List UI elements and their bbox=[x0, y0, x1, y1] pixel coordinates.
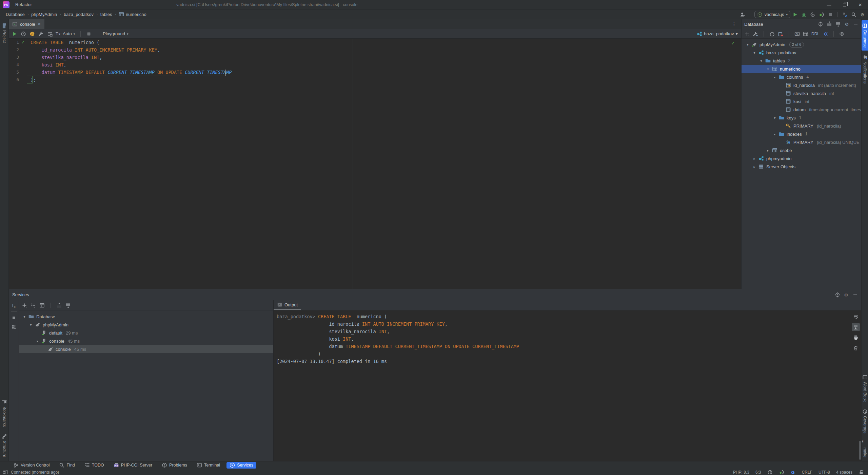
search-icon[interactable] bbox=[851, 12, 856, 17]
add-icon[interactable] bbox=[744, 31, 750, 37]
tree-item-numericno[interactable]: ▾numericno bbox=[742, 65, 861, 73]
output-toggle-icon[interactable]: p bbox=[29, 31, 35, 37]
eye-icon[interactable] bbox=[839, 31, 845, 37]
stripe-tab-database[interactable]: Database bbox=[862, 20, 868, 51]
group-by-icon[interactable] bbox=[31, 303, 36, 308]
add-icon[interactable] bbox=[22, 303, 27, 308]
tree-chevron-icon[interactable]: ▾ bbox=[28, 323, 34, 327]
tree-chevron-icon[interactable]: ▾ bbox=[772, 116, 777, 120]
scrollbar-thumb[interactable] bbox=[859, 441, 861, 460]
coverage-run-icon[interactable] bbox=[810, 12, 815, 17]
tree-item-database[interactable]: ▾Database bbox=[19, 312, 273, 321]
stripe-tab-project[interactable]: Project bbox=[1, 20, 8, 46]
lock-icon[interactable] bbox=[859, 470, 864, 475]
tx-filter-icon[interactable]: Tx bbox=[11, 303, 17, 308]
tree-chevron-icon[interactable]: ▾ bbox=[745, 43, 750, 46]
ddl-button[interactable]: DDL bbox=[811, 32, 820, 36]
square-icon[interactable] bbox=[11, 315, 17, 321]
tree-item-phpmyadmin[interactable]: ▾phpMyAdmin bbox=[19, 321, 273, 329]
expand-all-icon[interactable] bbox=[57, 303, 62, 308]
tab-options-kebab-icon[interactable]: ⋮ bbox=[732, 21, 736, 27]
tree-chevron-icon[interactable]: ▾ bbox=[752, 51, 757, 55]
tab-output[interactable]: Output bbox=[274, 300, 301, 310]
table-view-icon[interactable] bbox=[803, 31, 808, 37]
toolwindow-button-php-cgi-server[interactable]: PHPPHP-CGI Server bbox=[111, 462, 155, 469]
wrench-icon[interactable] bbox=[38, 31, 44, 37]
breadcrumb-item-baza_podatkov[interactable]: baza_podatkov bbox=[62, 12, 95, 17]
toolwindow-button-services[interactable]: Services bbox=[226, 462, 256, 469]
attach-debugger-icon[interactable] bbox=[819, 12, 824, 17]
hide-icon[interactable] bbox=[852, 292, 858, 298]
run-configuration-combo[interactable]: vadnica.js ▾ bbox=[754, 11, 790, 18]
tree-item-tables[interactable]: ▾tables2 bbox=[742, 57, 861, 65]
collapse-all-icon[interactable] bbox=[65, 303, 71, 308]
stripe-tab-word-book[interactable]: Word Book bbox=[862, 372, 868, 405]
breadcrumb-item-tables[interactable]: tables bbox=[99, 12, 114, 17]
output-console[interactable]: baza_podatkov> CREATE TABLE numericno ( … bbox=[274, 310, 861, 461]
locate-icon[interactable] bbox=[818, 21, 823, 27]
print-button[interactable] bbox=[852, 334, 860, 342]
toolwindow-button-terminal[interactable]: Terminal bbox=[194, 462, 223, 469]
stripe-tab-notifications[interactable]: Notifications bbox=[862, 51, 868, 87]
toolwindow-button-find[interactable]: Find bbox=[56, 462, 78, 469]
expand-all-icon[interactable] bbox=[827, 21, 832, 27]
phone-bug-icon[interactable] bbox=[779, 470, 784, 475]
breadcrumb-item-phpmyadmin[interactable]: phpMyAdmin bbox=[30, 12, 58, 17]
disconnect-icon[interactable] bbox=[778, 31, 783, 37]
refresh-icon[interactable] bbox=[769, 31, 775, 37]
jump-icon[interactable] bbox=[823, 31, 828, 37]
translate-icon[interactable]: A bbox=[842, 12, 848, 17]
tree-chevron-icon[interactable]: ▸ bbox=[752, 165, 757, 169]
tool-window-layout-icon[interactable] bbox=[3, 470, 8, 475]
tree-item-datum[interactable]: datumtimestamp = current_timestamp bbox=[742, 106, 861, 114]
tree-item-console[interactable]: console45 ms bbox=[19, 345, 273, 353]
tree-item-id_narocila[interactable]: id_narocilaint (auto increment) bbox=[742, 81, 861, 89]
minimize-button[interactable]: — bbox=[821, 0, 837, 10]
stripe-tab-structure[interactable]: Structure bbox=[1, 431, 8, 460]
tree-item-console[interactable]: ▾console45 ms bbox=[19, 337, 273, 345]
layout-icon[interactable] bbox=[11, 324, 17, 329]
toolwindow-button-problems[interactable]: Problems bbox=[159, 462, 190, 469]
history-icon[interactable] bbox=[21, 31, 26, 37]
tree-chevron-icon[interactable]: ▾ bbox=[772, 75, 777, 79]
breadcrumb-item-numericno[interactable]: numericno bbox=[117, 11, 148, 17]
stripe-tab-make[interactable]: Mmake bbox=[862, 437, 868, 460]
soft-wrap-button[interactable] bbox=[852, 312, 860, 321]
tree-chevron-icon[interactable]: ▾ bbox=[22, 315, 27, 319]
toolwindow-button-todo[interactable]: TODO bbox=[81, 462, 107, 469]
playground-combo[interactable]: Playground ▾ bbox=[103, 31, 128, 36]
tree-item-primary[interactable]: juPRIMARY(id_narocila) UNIQUE bbox=[742, 138, 861, 146]
settings-icon[interactable]: ⚙ bbox=[844, 21, 850, 27]
view-options-icon[interactable] bbox=[47, 31, 53, 37]
run-icon[interactable] bbox=[792, 12, 798, 17]
settings-icon[interactable]: ⚙ bbox=[844, 292, 849, 298]
restore-button[interactable] bbox=[837, 0, 852, 10]
collapse-all-icon[interactable] bbox=[835, 21, 841, 27]
toolwindow-button-version-control[interactable]: Version Control bbox=[10, 462, 53, 469]
stripe-tab-bookmarks[interactable]: Bookmarks bbox=[1, 396, 8, 430]
tree-chevron-icon[interactable]: ▾ bbox=[35, 339, 40, 343]
google-g-icon[interactable]: G bbox=[790, 470, 796, 475]
status-utf-8[interactable]: UTF-8 bbox=[818, 470, 830, 475]
debug-icon[interactable] bbox=[801, 12, 807, 17]
execute-icon[interactable] bbox=[12, 31, 17, 37]
stop-icon[interactable] bbox=[828, 12, 833, 17]
nginx-circle-icon[interactable] bbox=[767, 470, 773, 475]
tree-item-keys[interactable]: ▾keys1 bbox=[742, 114, 861, 122]
close-tab-icon[interactable]: ✕ bbox=[38, 22, 41, 26]
stop-icon[interactable] bbox=[86, 31, 92, 37]
editor-surface[interactable]: 1✓CREATE TABLE numericno (2 id_narocila … bbox=[9, 39, 741, 289]
breadcrumb-item-database[interactable]: Database bbox=[4, 12, 26, 17]
settings-icon[interactable]: ⚙ bbox=[860, 12, 865, 17]
tree-item-default[interactable]: default29 ms bbox=[19, 329, 273, 337]
locate-icon[interactable] bbox=[835, 292, 840, 298]
tree-item-osebe[interactable]: ▸osebe bbox=[742, 146, 861, 154]
tree-item-kosi[interactable]: kosiint bbox=[742, 97, 861, 106]
tree-item-stevilka_narocila[interactable]: stevilka_narocilaint bbox=[742, 89, 861, 97]
tree-item-indexes[interactable]: ▾indexes1 bbox=[742, 130, 861, 138]
frame-icon[interactable] bbox=[39, 303, 45, 308]
status-4-spaces[interactable]: 4 spaces bbox=[836, 470, 852, 475]
hide-icon[interactable] bbox=[853, 21, 859, 27]
menu-item-refactor[interactable]: Refactor bbox=[12, 0, 36, 10]
tree-item-columns[interactable]: ▾columns4 bbox=[742, 73, 861, 81]
